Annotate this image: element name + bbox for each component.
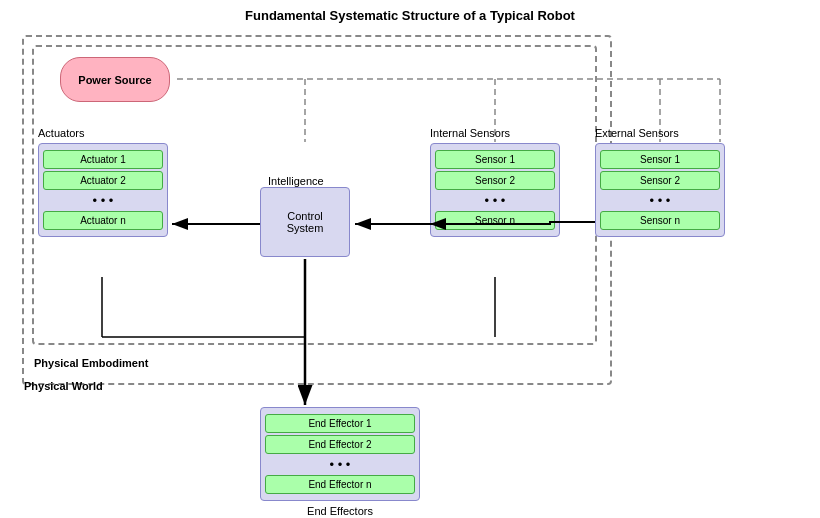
power-source-box: Power Source — [60, 57, 170, 102]
end-effector-n: End Effector n — [265, 475, 415, 494]
internal-sensor-2: Sensor 2 — [435, 171, 555, 190]
page-title: Fundamental Systematic Structure of a Ty… — [0, 0, 820, 27]
actuators-label: Actuators — [38, 127, 168, 139]
power-source-label: Power Source — [78, 74, 151, 86]
external-sensors-label: External Sensors — [595, 127, 725, 139]
internal-sensors-section: Internal Sensors Sensor 1 Sensor 2 • • •… — [430, 127, 560, 237]
actuator-2: Actuator 2 — [43, 171, 163, 190]
internal-sensor-n: Sensor n — [435, 211, 555, 230]
internal-sensors-label: Internal Sensors — [430, 127, 560, 139]
actuators-dots: • • • — [43, 192, 163, 209]
external-sensors-dots: • • • — [600, 192, 720, 209]
diagram: Power Source Actuators Actuator 1 Actuat… — [20, 27, 800, 517]
end-effectors-box: End Effector 1 End Effector 2 • • • End … — [260, 407, 420, 501]
internal-sensors-dots: • • • — [435, 192, 555, 209]
control-system-box: Control System — [260, 187, 350, 257]
external-sensors-box: Sensor 1 Sensor 2 • • • Sensor n — [595, 143, 725, 237]
external-sensors-section: External Sensors Sensor 1 Sensor 2 • • •… — [595, 127, 725, 237]
actuator-n: Actuator n — [43, 211, 163, 230]
internal-sensors-box: Sensor 1 Sensor 2 • • • Sensor n — [430, 143, 560, 237]
end-effector-2: End Effector 2 — [265, 435, 415, 454]
external-sensor-2: Sensor 2 — [600, 171, 720, 190]
control-system-line1: Control — [287, 210, 322, 222]
external-sensor-n: Sensor n — [600, 211, 720, 230]
end-effectors-section: End Effector 1 End Effector 2 • • • End … — [260, 407, 420, 518]
actuators-section: Actuators Actuator 1 Actuator 2 • • • Ac… — [38, 127, 168, 237]
physical-embodiment-label: Physical Embodiment — [34, 357, 148, 369]
external-sensor-1: Sensor 1 — [600, 150, 720, 169]
intelligence-label: Intelligence — [268, 175, 324, 187]
end-effectors-dots: • • • — [265, 456, 415, 473]
actuator-1: Actuator 1 — [43, 150, 163, 169]
end-effector-1: End Effector 1 — [265, 414, 415, 433]
physical-world-label: Physical World — [24, 380, 103, 392]
actuators-box: Actuator 1 Actuator 2 • • • Actuator n — [38, 143, 168, 237]
internal-sensor-1: Sensor 1 — [435, 150, 555, 169]
control-system-line2: System — [287, 222, 324, 234]
end-effectors-label: End Effectors — [260, 505, 420, 517]
